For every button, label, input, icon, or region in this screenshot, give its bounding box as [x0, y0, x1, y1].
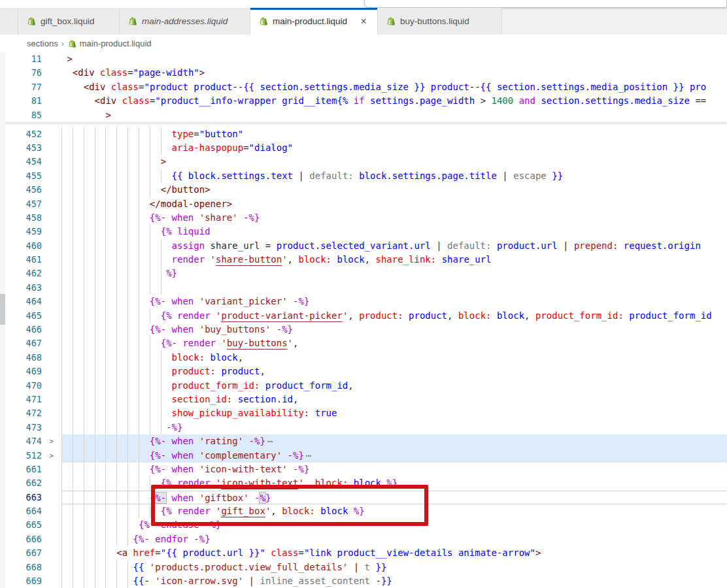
fold-chevron-icon[interactable]: > — [42, 434, 61, 448]
tab-buy-buttons-liquid[interactable]: buy-buttons.liquid — [378, 8, 502, 35]
code-line-461[interactable]: 461 render 'share-button', block: block,… — [0, 253, 727, 267]
line-content[interactable]: product: product, — [61, 365, 727, 378]
code-line-459[interactable]: 459 {% liquid — [0, 225, 727, 238]
tab-label: buy-buttons.liquid — [400, 16, 469, 26]
line-number: 669 — [0, 574, 42, 588]
line-number: 667 — [0, 546, 42, 560]
code-editor[interactable]: 11 >76 <div class="page-width">77 <div c… — [0, 52, 727, 588]
code-line-460[interactable]: 460 assign share_url = product.selected_… — [0, 239, 727, 253]
line-content[interactable]: aria-haspopup="dialog" — [61, 141, 727, 155]
line-content[interactable]: %} — [61, 267, 727, 280]
code-line-81[interactable]: 81 <div class="product__info-wrapper gri… — [0, 94, 727, 108]
code-line-468[interactable]: 468 block: block, — [0, 351, 727, 365]
sticky-scroll-lines[interactable]: 11 >76 <div class="page-width">77 <div c… — [0, 52, 727, 123]
code-line-473[interactable]: 473 -%} — [0, 421, 727, 434]
code-line-474[interactable]: 474> {%- when 'rating' -%}⋯ — [0, 434, 727, 448]
code-line-472[interactable]: 472 show_pickup_availability: true — [0, 406, 727, 420]
line-content[interactable]: {%- render 'buy-buttons', — [61, 336, 727, 350]
line-content[interactable]: {%- when 'rating' -%}⋯ — [61, 434, 727, 448]
code-line-462[interactable]: 462 %} — [0, 267, 727, 280]
line-content[interactable]: {%- when 'share' -%} — [61, 211, 727, 225]
line-content[interactable]: <div class="product__info-wrapper grid__… — [61, 94, 727, 108]
tab-gift_box-liquid[interactable]: gift_box.liquid — [18, 8, 120, 35]
code-line-662[interactable]: 662 {% render 'icon-with-text', block: b… — [0, 476, 727, 490]
code-line-663[interactable]: 663 {%- when 'giftbox' -%} — [0, 491, 727, 504]
line-content[interactable]: {%- endfor -%} — [61, 532, 727, 546]
code-line-453[interactable]: 453 aria-haspopup="dialog" — [0, 141, 727, 155]
line-content[interactable]: {{- 'icon-arrow.svg' | inline_asset_cont… — [61, 574, 727, 588]
code-line-456[interactable]: 456 </button> — [0, 183, 727, 197]
code-line-452[interactable]: 452 type="button" — [0, 127, 727, 141]
line-content[interactable]: {%- when 'complementary' -%}⋯ — [61, 449, 727, 463]
line-content[interactable]: {%- when 'icon-with-text' -%} — [61, 463, 727, 476]
code-line-467[interactable]: 467 {%- render 'buy-buttons', — [0, 336, 727, 350]
line-content[interactable]: {%- endcase -%} — [61, 518, 727, 532]
code-line-667[interactable]: 667 <a href="{{ product.url }}" class="l… — [0, 546, 727, 560]
line-content[interactable]: type="button" — [61, 127, 727, 141]
line-content[interactable]: ________ _________ ____ — [61, 123, 727, 127]
fold-chevron-icon[interactable]: > — [42, 449, 61, 463]
code-line-665[interactable]: 665 {%- endcase -%} — [0, 518, 727, 532]
line-content[interactable]: {% liquid — [61, 225, 727, 238]
code-line-85[interactable]: 85 > — [0, 108, 727, 122]
line-content[interactable]: assign share_url = product.selected_vari… — [61, 239, 727, 253]
code-line-668[interactable]: 668 {{ 'products.product.view_full_detai… — [0, 561, 727, 574]
line-content[interactable]: product_form_id: product_form_id, — [61, 379, 727, 393]
tab-main-product-liquid[interactable]: main-product.liquid× — [250, 8, 378, 35]
line-content[interactable] — [61, 281, 727, 295]
line-content[interactable]: show_pickup_availability: true — [61, 406, 727, 420]
code-line-458[interactable]: 458 {%- when 'share' -%} — [0, 211, 727, 225]
close-tab-icon[interactable]: × — [358, 16, 369, 27]
breadcrumb-file[interactable]: main-product.liquid — [80, 39, 152, 48]
line-content[interactable]: <div class="product product--{{ section.… — [61, 80, 727, 94]
code-line-463[interactable]: 463 — [0, 281, 727, 295]
code-line-470[interactable]: 470 product_form_id: product_form_id, — [0, 379, 727, 393]
code-line-466[interactable]: 466 {%- when 'buy_buttons' -%} — [0, 323, 727, 336]
line-content[interactable]: <a href="{{ product.url }}" class="link … — [61, 546, 727, 560]
shopify-liquid-icon — [67, 39, 76, 48]
line-content[interactable]: </modal-opener> — [61, 197, 727, 211]
code-line-471[interactable]: 471 section_id: section.id, — [0, 393, 727, 406]
line-content[interactable]: {{ 'products.product.view_full_details' … — [61, 561, 727, 574]
code-line-664[interactable]: 664 {% render 'gift_box', block: block %… — [0, 504, 727, 518]
code-line-669[interactable]: 669 {{- 'icon-arrow.svg' | inline_asset_… — [0, 574, 727, 588]
code-line-512[interactable]: 512> {%- when 'complementary' -%}⋯ — [0, 449, 727, 463]
line-content[interactable]: -%} — [61, 421, 727, 434]
code-line-455[interactable]: 455 {{ block.settings.text | default: bl… — [0, 169, 727, 183]
line-content[interactable]: </button> — [61, 183, 727, 197]
code-line-465[interactable]: 465 {% render 'product-variant-picker', … — [0, 309, 727, 323]
line-content[interactable]: section_id: section.id, — [61, 393, 727, 406]
code-line-76[interactable]: 76 <div class="page-width"> — [0, 66, 727, 80]
code-line-454[interactable]: 454 > — [0, 155, 727, 169]
line-content[interactable]: > — [61, 155, 727, 169]
fold-column — [42, 155, 61, 169]
line-content[interactable]: {% render 'icon-with-text', block: block… — [61, 476, 727, 490]
code-line-661[interactable]: 661 {%- when 'icon-with-text' -%} — [0, 463, 727, 476]
code-line-469[interactable]: 469 product: product, — [0, 365, 727, 378]
code-line-77[interactable]: 77 <div class="product product--{{ secti… — [0, 80, 727, 94]
line-content[interactable]: > — [61, 52, 727, 66]
line-content[interactable]: {%- when 'variant_picker' -%} — [61, 295, 727, 308]
code-line-666[interactable]: 666 {%- endfor -%} — [0, 532, 727, 546]
line-content[interactable]: <div class="page-width"> — [61, 66, 727, 80]
tab-main-addresses-liquid[interactable]: main-addresses.liquid — [120, 8, 250, 35]
code-line-464[interactable]: 464 {%- when 'variant_picker' -%} — [0, 295, 727, 308]
fold-column — [42, 253, 61, 267]
line-content[interactable]: {% render 'product-variant-picker', prod… — [61, 309, 727, 323]
line-content[interactable]: {%- when 'buy_buttons' -%} — [61, 323, 727, 336]
code-viewport[interactable]: ________ _________ ____452 type="button"… — [0, 123, 727, 588]
code-line-457[interactable]: 457 </modal-opener> — [0, 197, 727, 211]
line-content[interactable]: render 'share-button', block: block, sha… — [61, 253, 727, 267]
line-content[interactable]: {%- when 'giftbox' -%} — [61, 491, 727, 504]
line-number: 454 — [0, 155, 42, 169]
line-content[interactable]: > — [61, 108, 727, 122]
line-content[interactable]: block: block, — [61, 351, 727, 365]
fold-column — [42, 211, 61, 225]
code-line-clipped[interactable]: ________ _________ ____ — [0, 123, 727, 127]
line-content[interactable]: {% render 'gift_box', block: block %} — [61, 504, 727, 518]
line-content[interactable]: {{ block.settings.text | default: block.… — [61, 169, 727, 183]
breadcrumb-folder[interactable]: sections — [27, 39, 58, 48]
line-number: 661 — [0, 463, 42, 476]
code-line-11[interactable]: 11 > — [0, 52, 727, 66]
line-number: 466 — [0, 323, 42, 336]
